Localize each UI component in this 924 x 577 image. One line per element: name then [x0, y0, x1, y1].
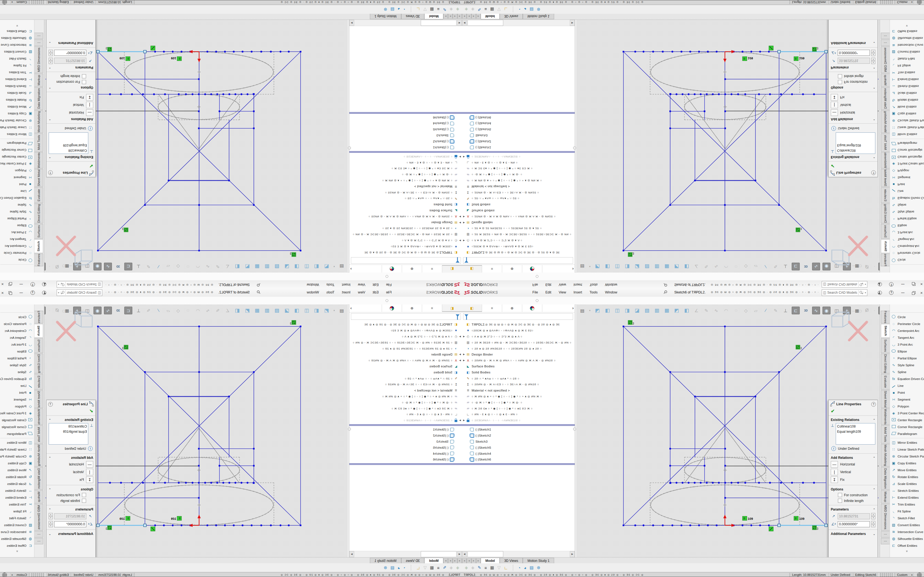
- rollback-bar[interactable]: [349, 112, 462, 114]
- tool-3-point-arc[interactable]: ◡3 Point Arc: [0, 341, 34, 348]
- checkbox-for-construction[interactable]: For construction: [47, 79, 95, 85]
- command-tab-direct-editing[interactable]: Direct Editing: [34, 354, 43, 373]
- tab-displaymanager[interactable]: [522, 305, 542, 312]
- collapse-icon[interactable]: ⌃: [873, 86, 876, 89]
- tool-circular-sketch-pattern[interactable]: ⊛Circular Sketch Pattern: [890, 117, 924, 124]
- tree-horizontal-scrollbar[interactable]: ◀ ▶: [462, 551, 575, 557]
- length-field[interactable]: 10.88152731: [54, 513, 86, 519]
- tree-item[interactable]: ✎○ 2Ƨ·∩ * ᴥAɯ ○ ◦ ○ ɯAᴥ * ∩·2Ƨ ○: [462, 196, 575, 201]
- cancel-sketch-icon[interactable]: [57, 237, 75, 255]
- tree-item[interactable]: ▱○ Ж ƆƧ Ɛᴥ ○ * ◉ [ ○ ◦ ○ ] ◉ * ○ ᴥƐ ƧƆ Ж…: [349, 405, 462, 411]
- command-tab-sketch[interactable]: Sketch: [881, 239, 890, 253]
- tool-circle[interactable]: Circle: [890, 256, 924, 263]
- tool-point[interactable]: Point: [0, 389, 34, 396]
- tool-copy-entities[interactable]: ▣Copy Entities: [0, 110, 34, 117]
- search-dropdown-icon[interactable]: ▾: [864, 283, 867, 286]
- tree-item[interactable]: ≣Material < not specified >: [462, 184, 575, 190]
- tab-configurationmanager[interactable]: ⊕: [502, 265, 522, 272]
- tree-item[interactable]: ▶◴○ Λ ᴥ ◎ Ж 2°Ɔ ○ ◦ ○ Ɔ°2 Ж ◎ ᴥ Λ ○: [349, 334, 462, 340]
- tab-displaymanager[interactable]: [382, 305, 402, 312]
- rollback-bar[interactable]: [462, 151, 575, 153]
- command-tab-evaluate[interactable]: Evaluate: [881, 187, 890, 203]
- tree-item[interactable]: ◣Surface Bodies: [349, 364, 462, 369]
- tool-line[interactable]: Line: [890, 188, 924, 195]
- doc-tab-model[interactable]: Model: [481, 558, 500, 564]
- doc-tab-model[interactable]: Model: [424, 13, 443, 19]
- command-tab-weldments[interactable]: Weldments: [881, 152, 890, 168]
- confirmation-corner-icon[interactable]: [75, 312, 92, 327]
- tool-linear-sketch-pattern[interactable]: ∷Linear Sketch Pattern: [0, 124, 34, 131]
- tree-item[interactable]: ▶▤Design Binder: [349, 219, 462, 226]
- scrollbar-thumb[interactable]: [421, 551, 457, 557]
- scroll-right-icon[interactable]: ▶: [349, 20, 354, 26]
- tool-point[interactable]: Point: [890, 181, 924, 188]
- doc-tab-model[interactable]: Model: [424, 558, 443, 564]
- pin-menu-icon[interactable]: [663, 290, 667, 294]
- panel-help-icon[interactable]: ?: [871, 171, 876, 175]
- menu-tools[interactable]: Tools: [326, 283, 334, 287]
- tree-item[interactable]: ▱○ Ж ƆƧ Ɛᴥ ○ * ◉ [ ○ ◦ ○ ] ◉ * ○ ᴥƐ ƧƆ Ж…: [462, 166, 575, 172]
- tree-item[interactable]: ▶◴○ Λ ᴥ ◎ Ж 2°Ɔ ○ ◦ ○ Ɔ°2 Ж ◎ ᴥ Λ ○: [349, 238, 462, 244]
- ok-button[interactable]: ✔: [47, 408, 93, 414]
- confirmation-corner-icon[interactable]: [832, 250, 849, 265]
- tree-item[interactable]: ▶○ 2ƧƎƐИNΛ∩· ○ ◦ ○ ·∩ΛИNƎƐ2Ƨ ○: [462, 417, 575, 424]
- tree-item[interactable]: Σ○ 2ƧИN ◎ ◦ Ж A∩ƐƎ ○ ◦ ○ ƎƐ∩A Ж ◦ ◎ ИN2Ƨ…: [462, 381, 575, 387]
- tool-centerpoint-arc[interactable]: ◠Centerpoint Arc: [0, 243, 34, 250]
- tab-displaymanager[interactable]: [522, 265, 542, 272]
- tree-item[interactable]: Σ○ 2ƧИN ◎ ◦ Ж A∩ƐƎ ○ ◦ ○ ƎƐ∩A Ж ◦ ◎ ИN2Ƨ…: [462, 190, 575, 196]
- tool-linear-sketch-pattern[interactable]: ∷Linear Sketch Pattern: [890, 124, 924, 131]
- tool-ellipse[interactable]: Ellipse: [890, 222, 924, 229]
- tree-item[interactable]: ◧Solid Bodies: [349, 369, 462, 376]
- motion-tool-icon[interactable]: ◈: [450, 7, 453, 12]
- view-nav-button[interactable]: ◀: [467, 13, 471, 19]
- command-tab-mesh-modeling[interactable]: Mesh Modeling: [881, 444, 890, 467]
- tool-linear-sketch-pattern[interactable]: ∷Linear Sketch Pattern: [0, 446, 34, 453]
- motion-tool-icon[interactable]: ◔: [404, 566, 406, 570]
- tool-copy-entities[interactable]: ▣Copy Entities: [890, 110, 924, 117]
- ok-button[interactable]: ✔: [831, 163, 877, 169]
- pin-menu-icon[interactable]: [663, 283, 667, 287]
- command-tab-markup[interactable]: Markup: [881, 490, 890, 503]
- tree-item[interactable]: ▱○ ·◎ Ж ○ * ◉ [ ○ ◦ ○ ] ◉ * ○ Ж ◎· ○: [349, 172, 462, 178]
- view-nav-button[interactable]: ◀: [457, 558, 462, 564]
- command-tab-sketch[interactable]: Sketch: [34, 239, 43, 253]
- tree-item[interactable]: ▥○ 2Ƨ Ж ƎƐ2Ƨ ○ ИN ◎ ◦ Ж ƆCƎƐ∩ƎƐ2Ƨ ○ ◦ ○ …: [349, 339, 462, 345]
- doc-tab-3d-views[interactable]: 3D Views: [500, 13, 523, 19]
- motion-tool-icon[interactable]: ⊛: [384, 565, 387, 570]
- view-nav-button[interactable]: ▶: [476, 558, 481, 564]
- login-icon[interactable]: [876, 290, 883, 296]
- tree-item[interactable]: ∟○ ИN ◦ Ɛ ᴥ ◎ ○ ◦ ○ ◎ ᴥ Ɛ ◦ ИN ○: [462, 411, 575, 417]
- motion-tool-icon[interactable]: ≡: [485, 7, 487, 12]
- length-stepper[interactable]: ▴▾: [871, 513, 876, 519]
- search-box[interactable]: ◫ Search CAD Models ▾: [57, 289, 102, 296]
- command-tab-data-migration[interactable]: Data Migration: [34, 467, 43, 490]
- command-tab-sketch[interactable]: Sketch: [34, 324, 43, 338]
- relations-list[interactable]: Collinear108Equal length109: [836, 132, 876, 154]
- tool-extend-entities[interactable]: ⊢Extend Entities: [0, 494, 34, 501]
- motion-tool-icon[interactable]: ▽: [498, 7, 501, 12]
- collapse-icon[interactable]: ⌃: [873, 66, 876, 69]
- command-tab-surfaces[interactable]: Surfaces: [34, 338, 43, 353]
- pin-menu-icon[interactable]: [257, 290, 261, 294]
- command-tab-data-migration[interactable]: Data Migration: [881, 467, 890, 490]
- tree-item[interactable]: (-) Sketch4: [349, 120, 462, 126]
- search-box[interactable]: ◫ Search CAD Models ▾: [822, 281, 867, 288]
- tree-item[interactable]: ★○2ƧƐЖ ◎ ᴥ ◎ΛAΦ○ ◦ ○ΦAΛ◎ ᴥ ◎ Ж Ɛ Ƨ2○: [349, 327, 462, 334]
- angle-stepper[interactable]: ▴▾: [871, 50, 876, 56]
- command-tab-mbd-dimensions[interactable]: MBD Dimensions: [34, 47, 43, 73]
- view-nav-button[interactable]: ▶: [471, 558, 476, 564]
- tool-equation-driven-curve[interactable]: fxEquation Driven Curve: [890, 195, 924, 201]
- tool-circular-sketch-pattern[interactable]: ⊛Circular Sketch Pattern: [890, 453, 924, 460]
- menu-insert[interactable]: Insert: [573, 283, 582, 287]
- tab-featuremanager[interactable]: ◧: [442, 265, 462, 272]
- search-icon[interactable]: [60, 282, 66, 287]
- flyout-arrow-icon[interactable]: ›: [351, 306, 352, 310]
- tool-corner-rectangle[interactable]: Corner Rectangle: [890, 424, 924, 430]
- tool-spline[interactable]: ∿Spline: [890, 369, 924, 376]
- angle-stepper[interactable]: ▴▾: [48, 521, 53, 527]
- command-tab-⋮[interactable]: ⋮: [34, 33, 43, 39]
- tree-filter-input[interactable]: [351, 313, 461, 320]
- angle-field[interactable]: 0.00000000°: [838, 50, 870, 56]
- relation-button-vertical[interactable]: |Vertical: [47, 468, 95, 476]
- motion-tool-icon[interactable]: ▤: [391, 7, 394, 12]
